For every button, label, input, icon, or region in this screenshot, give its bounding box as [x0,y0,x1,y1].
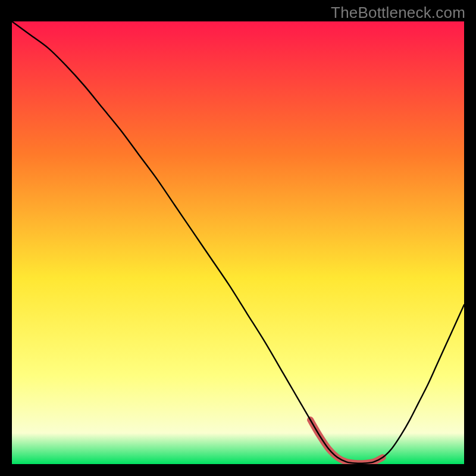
gradient-background [12,21,464,464]
chart-svg [12,21,464,464]
watermark-text: TheBottleneck.com [331,4,465,22]
chart-container: TheBottleneck.com [0,0,476,476]
plot-area [12,21,464,464]
plot-frame [12,21,464,464]
